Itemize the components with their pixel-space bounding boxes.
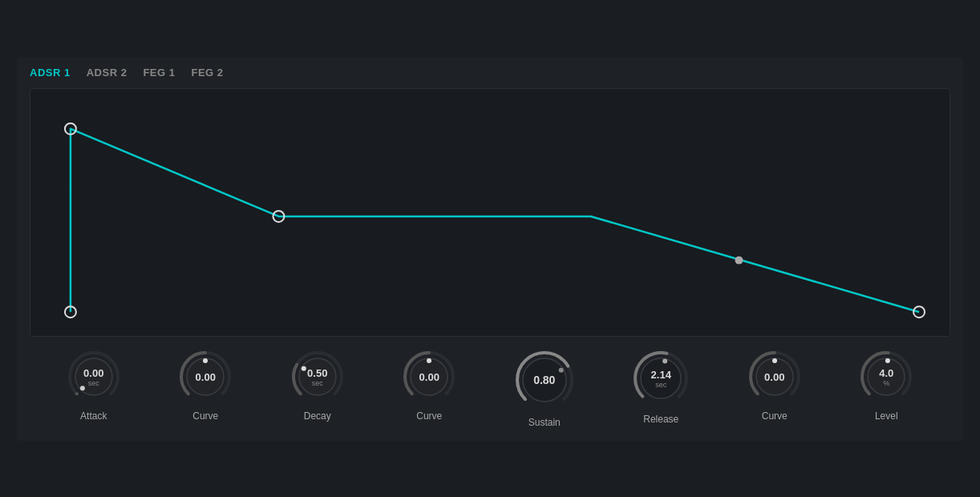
release-curve-knob[interactable]: 0.00	[746, 348, 804, 406]
attack-label: Attack	[80, 410, 107, 422]
sustain-knob[interactable]: 0.80	[512, 348, 577, 412]
main-container: ADSR 1 ADSR 2 FEG 1 FEG 2 0.00	[17, 57, 963, 441]
decay-curve-knob[interactable]: 0.00	[400, 348, 458, 406]
svg-point-0	[735, 256, 743, 264]
level-group: 4.0 % Level	[857, 348, 915, 422]
adsr-graph[interactable]	[30, 88, 950, 337]
attack-group: 0.00 sec Attack	[65, 348, 123, 422]
controls-row: 0.00 sec Attack 0.00 Curve 0.50 se	[30, 348, 950, 428]
release-curve-group: 0.00 Curve	[746, 348, 804, 422]
sustain-label: Sustain	[528, 417, 561, 428]
tab-bar: ADSR 1 ADSR 2 FEG 1 FEG 2	[30, 65, 950, 80]
tab-feg2[interactable]: FEG 2	[191, 65, 223, 80]
adsr-svg	[30, 89, 950, 336]
attack-knob[interactable]: 0.00 sec	[65, 348, 123, 406]
level-knob[interactable]: 4.0 %	[857, 348, 915, 406]
attack-curve-label: Curve	[192, 410, 218, 422]
decay-knob[interactable]: 0.50 sec	[289, 348, 346, 406]
decay-curve-group: 0.00 Curve	[400, 348, 458, 422]
decay-curve-label: Curve	[416, 410, 442, 422]
decay-group: 0.50 sec Decay	[289, 348, 346, 422]
attack-curve-group: 0.00 Curve	[176, 348, 234, 422]
release-label: Release	[643, 414, 678, 425]
sustain-group: 0.80 Sustain	[512, 348, 577, 428]
release-group: 2.14 sec Release	[630, 348, 691, 425]
decay-label: Decay	[304, 410, 331, 422]
release-curve-label: Curve	[762, 410, 788, 422]
tab-adsr2[interactable]: ADSR 2	[87, 65, 128, 80]
attack-curve-knob[interactable]: 0.00	[176, 348, 234, 406]
release-knob[interactable]: 2.14 sec	[630, 348, 691, 409]
tab-feg1[interactable]: FEG 1	[143, 65, 175, 80]
level-label: Level	[875, 410, 898, 422]
tab-adsr1[interactable]: ADSR 1	[30, 65, 71, 80]
